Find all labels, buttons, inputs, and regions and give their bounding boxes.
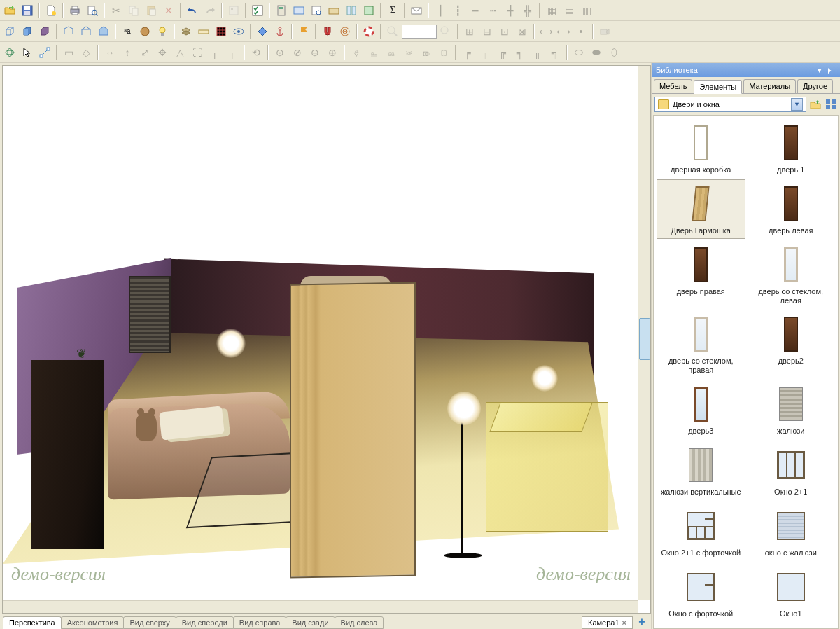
library-item[interactable]: Окно 2+1: [747, 441, 836, 500]
library-item[interactable]: Окно1: [747, 562, 836, 622]
t18-icon: ⎂: [383, 44, 400, 61]
panel-close-icon[interactable]: ⏵: [824, 66, 836, 74]
svg-rect-18: [279, 7, 284, 9]
library-label: Окно с форточкой: [668, 609, 733, 618]
view-tab[interactable]: Вид спереди: [176, 616, 234, 629]
category-combo[interactable]: Двери и окна ▼: [654, 97, 806, 112]
library-thumb: [766, 383, 816, 425]
panel-tab[interactable]: Материалы: [743, 79, 796, 93]
panel-tab[interactable]: Элементы: [694, 80, 742, 94]
target-icon[interactable]: [337, 23, 354, 40]
node-edit-icon[interactable]: [36, 44, 53, 61]
panel-tab[interactable]: Другое: [797, 79, 833, 93]
box-shade-icon[interactable]: [36, 23, 53, 40]
grid-icon[interactable]: [213, 23, 230, 40]
anchor-icon[interactable]: [272, 23, 288, 40]
flag-icon[interactable]: [295, 23, 312, 40]
library-item[interactable]: дверь левая: [747, 179, 836, 239]
library-label: дверная коробка: [671, 165, 731, 174]
box-solid-icon[interactable]: [19, 23, 36, 40]
library-label: Окно 2+1 с форточкой: [661, 548, 741, 558]
library-item[interactable]: жалюзи: [747, 380, 836, 439]
library-item[interactable]: дверь со стеклом, правая: [657, 310, 746, 378]
panel-tab[interactable]: Мебель: [654, 79, 692, 93]
toolbar-3: ▭ ◇ ↔ ↕ ⤢ ✥ △ ⛶ ┌ ┐ ⟲ ⊙ ⊘ ⊖ ⊕ ⎀ ⎁ ⎂ ⎃ ⎄ …: [0, 42, 840, 63]
floor-lamp-bulb: [447, 392, 481, 425]
rotate3d-icon[interactable]: [1, 44, 18, 61]
camera-tab[interactable]: Камера1 ×: [582, 616, 633, 629]
library-thumb: [676, 122, 725, 164]
close-icon[interactable]: ×: [622, 618, 626, 627]
tool-b-icon[interactable]: [308, 2, 325, 19]
view-tab[interactable]: Аксонометрия: [61, 616, 125, 629]
lifebelt-icon[interactable]: [360, 23, 377, 40]
t12-icon: ⊙: [272, 44, 288, 61]
open-icon[interactable]: [1, 2, 18, 19]
text-icon[interactable]: ªa: [119, 23, 136, 40]
box-wire-icon[interactable]: [1, 23, 18, 40]
mail-icon[interactable]: [408, 2, 425, 19]
svg-point-27: [141, 27, 149, 36]
tool-d-icon[interactable]: [343, 2, 360, 19]
save-icon[interactable]: [19, 2, 36, 19]
library-thumb: [676, 244, 725, 286]
view-tab[interactable]: Вид справа: [233, 616, 287, 629]
magnet-icon[interactable]: [319, 23, 336, 40]
room-3-icon[interactable]: [95, 23, 112, 40]
eye-icon[interactable]: [230, 23, 247, 40]
scrollbar-vertical[interactable]: [638, 66, 650, 600]
panel-menu-icon[interactable]: ▾: [816, 66, 824, 75]
library-item[interactable]: окно с жалюзи: [747, 502, 836, 561]
wall-lamp-right: [531, 365, 558, 392]
library-item[interactable]: дверь 1: [747, 118, 836, 178]
library-label: дверь3: [688, 427, 713, 436]
library-item[interactable]: дверь правая: [657, 240, 746, 308]
undo-icon[interactable]: [184, 2, 201, 19]
library-item[interactable]: Дверь Гармошка: [657, 179, 746, 239]
layer-icon[interactable]: [178, 23, 195, 40]
ruler-icon[interactable]: [195, 23, 212, 40]
tool-c-icon[interactable]: [326, 2, 342, 19]
library-label: Дверь Гармошка: [671, 226, 731, 235]
viewport-3d[interactable]: ❦ демо-версия демо-версия: [2, 65, 651, 614]
library-item[interactable]: дверь3: [657, 380, 746, 439]
shelf-unit: [486, 402, 608, 532]
room-1-icon[interactable]: [60, 23, 77, 40]
add-tab-button[interactable]: +: [636, 616, 648, 629]
zoom-input[interactable]: [402, 25, 437, 39]
bulb-icon[interactable]: [154, 23, 171, 40]
folding-door: [290, 282, 416, 578]
library-item[interactable]: Окно 2+1 с форточкой: [657, 502, 746, 561]
tool-e-icon[interactable]: [360, 2, 377, 19]
print-icon[interactable]: [66, 2, 83, 19]
library-thumb: [676, 444, 725, 486]
view-mode-icon[interactable]: [825, 98, 837, 111]
diamond-icon[interactable]: [254, 23, 271, 40]
sphere-icon[interactable]: [136, 23, 153, 40]
align-6-icon: ╬: [519, 2, 536, 19]
view-tab[interactable]: Перспектива: [3, 616, 62, 629]
pointer-icon[interactable]: [19, 44, 36, 61]
library-item[interactable]: дверь со стеклом, левая: [747, 240, 836, 308]
new-doc-icon[interactable]: [43, 2, 59, 19]
view-tab[interactable]: Вид сверху: [123, 616, 176, 629]
svg-point-38: [388, 27, 395, 34]
svg-rect-2: [24, 11, 30, 15]
library-label: жалюзи: [777, 427, 804, 436]
calc-icon[interactable]: [273, 2, 290, 19]
checklist-icon[interactable]: [249, 2, 266, 19]
print-preview-icon[interactable]: [84, 2, 101, 19]
t30-icon: ⬯: [606, 44, 622, 61]
sigma-icon[interactable]: Σ: [384, 2, 401, 19]
library-item[interactable]: дверь2: [747, 310, 836, 378]
library-item[interactable]: дверная коробка: [657, 118, 746, 178]
view-tab[interactable]: Вид слева: [335, 616, 384, 629]
up-folder-icon[interactable]: [809, 98, 822, 111]
library-item[interactable]: Окно с форточкой: [657, 562, 746, 622]
scrollbar-horizontal[interactable]: [3, 600, 638, 613]
room-2-icon[interactable]: [78, 23, 94, 40]
library-item[interactable]: жалюзи вертикальные: [657, 441, 746, 500]
view-tab[interactable]: Вид сзади: [286, 616, 335, 629]
chevron-down-icon[interactable]: ▼: [791, 98, 803, 111]
tool-a-icon[interactable]: [290, 2, 307, 19]
